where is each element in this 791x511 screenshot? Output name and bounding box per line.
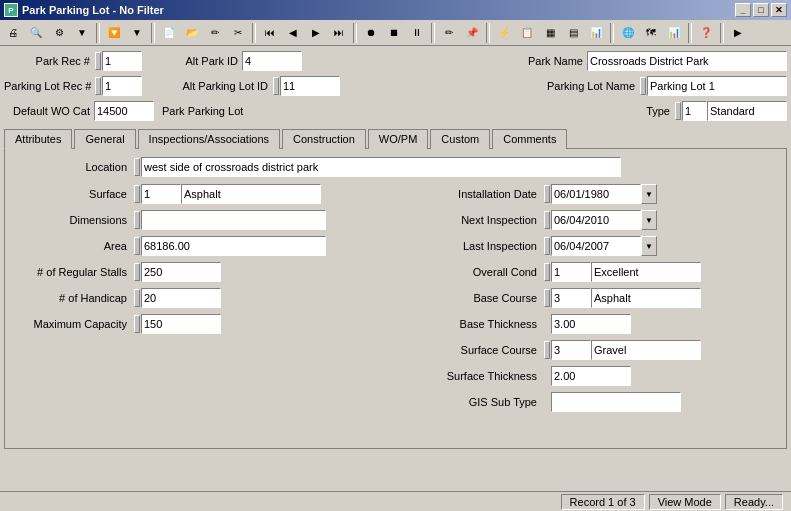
installation-date-input[interactable] <box>551 184 641 204</box>
toolbar-new[interactable]: 📄 <box>158 22 180 44</box>
alt-park-lot-indicator <box>273 77 279 95</box>
base-thickness-label: Base Thickness <box>403 318 543 330</box>
toolbar-last[interactable]: ⏭ <box>328 22 350 44</box>
toolbar-print[interactable]: 🖨 <box>2 22 24 44</box>
toolbar-pause[interactable]: ⏸ <box>406 22 428 44</box>
toolbar-grid2[interactable]: ▤ <box>562 22 584 44</box>
toolbar: 🖨 🔍 ⚙ ▼ 🔽 ▼ 📄 📂 ✏ ✂ ⏮ ◀ ▶ ⏭ ⏺ ⏹ ⏸ ✏ 📌 ⚡ … <box>0 20 791 46</box>
overall-cond-num-input[interactable] <box>551 262 591 282</box>
main-window: Park Rec # Alt Park ID Park Name Parking… <box>0 46 791 453</box>
next-inspection-input[interactable] <box>551 210 641 230</box>
surface-num-input[interactable] <box>141 184 181 204</box>
status-bar: Record 1 of 3 View Mode Ready... <box>0 491 791 511</box>
toolbar-lightning[interactable]: ⚡ <box>493 22 515 44</box>
last-inspection-dropdown-btn[interactable]: ▼ <box>641 236 657 256</box>
tab-comments[interactable]: Comments <box>492 129 567 149</box>
area-input[interactable] <box>141 236 326 256</box>
parking-lot-name-input[interactable] <box>647 76 787 96</box>
toolbar-search[interactable]: 🔍 <box>25 22 47 44</box>
dimensions-input[interactable] <box>141 210 326 230</box>
base-thickness-input[interactable] <box>551 314 631 334</box>
park-rec-label: Park Rec # <box>4 55 94 67</box>
toolbar-chart[interactable]: 📊 <box>585 22 607 44</box>
toolbar-grid1[interactable]: ▦ <box>539 22 561 44</box>
tab-attributes[interactable]: Attributes <box>4 129 72 149</box>
toolbar-layers[interactable]: 📊 <box>663 22 685 44</box>
toolbar-open[interactable]: 📂 <box>181 22 203 44</box>
park-name-input[interactable] <box>587 51 787 71</box>
handicap-input[interactable] <box>141 288 221 308</box>
surface-thickness-input[interactable] <box>551 366 631 386</box>
regular-stalls-input[interactable] <box>141 262 221 282</box>
maximize-button[interactable]: □ <box>753 3 769 17</box>
gis-sub-type-row: GIS Sub Type <box>403 391 778 413</box>
next-inspection-label: Next Inspection <box>403 214 543 226</box>
surface-thickness-label: Surface Thickness <box>403 370 543 382</box>
toolbar-dropdown1[interactable]: ▼ <box>71 22 93 44</box>
close-button[interactable]: ✕ <box>771 3 787 17</box>
alt-parking-lot-id-input[interactable] <box>280 76 340 96</box>
minimize-button[interactable]: _ <box>735 3 751 17</box>
dimensions-label: Dimensions <box>13 214 133 226</box>
gis-sub-type-input[interactable] <box>551 392 681 412</box>
toolbar-prev[interactable]: ◀ <box>282 22 304 44</box>
park-rec-indicator <box>95 52 101 70</box>
next-inspection-dropdown-btn[interactable]: ▼ <box>641 210 657 230</box>
surface-course-indicator <box>544 341 550 359</box>
next-inspection-combo: ▼ <box>551 210 657 230</box>
toolbar-globe[interactable]: 🌐 <box>617 22 639 44</box>
installation-date-label: Installation Date <box>403 188 543 200</box>
header-row2: Parking Lot Rec # Alt Parking Lot ID Par… <box>4 75 787 97</box>
max-capacity-input[interactable] <box>141 314 221 334</box>
toolbar-tools[interactable]: ⚙ <box>48 22 70 44</box>
toolbar-filter[interactable]: 🔽 <box>103 22 125 44</box>
surface-course-value-input[interactable] <box>591 340 701 360</box>
toolbar-arrow[interactable]: ▶ <box>727 22 749 44</box>
alt-park-id-input[interactable] <box>242 51 302 71</box>
installation-date-dropdown-btn[interactable]: ▼ <box>641 184 657 204</box>
toolbar-edit[interactable]: ✏ <box>204 22 226 44</box>
type-value-input[interactable] <box>707 101 787 121</box>
tab-custom[interactable]: Custom <box>430 129 490 149</box>
surface-course-num-input[interactable] <box>551 340 591 360</box>
toolbar-help[interactable]: ❓ <box>695 22 717 44</box>
toolbar-filter-drop[interactable]: ▼ <box>126 22 148 44</box>
toolbar-stop[interactable]: ⏹ <box>383 22 405 44</box>
park-rec-input[interactable] <box>102 51 142 71</box>
default-wo-cat-input[interactable] <box>94 101 154 121</box>
base-course-num-input[interactable] <box>551 288 591 308</box>
tab-content-attributes: Location Surface Dimensions <box>4 149 787 449</box>
toolbar-map[interactable]: 🗺 <box>640 22 662 44</box>
attrs-layout: Surface Dimensions Area <box>13 183 778 417</box>
toolbar-cut[interactable]: ✂ <box>227 22 249 44</box>
toolbar-record[interactable]: ⏺ <box>360 22 382 44</box>
base-course-row: Base Course <box>403 287 778 309</box>
parking-lot-rec-input[interactable] <box>102 76 142 96</box>
regular-stalls-label: # of Regular Stalls <box>13 266 133 278</box>
tab-construction[interactable]: Construction <box>282 129 366 149</box>
regular-stalls-row: # of Regular Stalls <box>13 261 393 283</box>
toolbar-sep3 <box>252 23 256 43</box>
toolbar-pencil[interactable]: ✏ <box>438 22 460 44</box>
surface-course-row: Surface Course <box>403 339 778 361</box>
overall-cond-label: Overall Cond <box>403 266 543 278</box>
ready-status: Ready... <box>725 494 783 510</box>
type-label: Type <box>634 105 674 117</box>
location-input[interactable] <box>141 157 621 177</box>
overall-cond-value-input[interactable] <box>591 262 701 282</box>
location-row: Location <box>13 157 778 177</box>
tab-inspections[interactable]: Inspections/Associations <box>138 129 280 149</box>
type-num-input[interactable] <box>682 101 707 121</box>
alt-parking-lot-id-label: Alt Parking Lot ID <box>162 80 272 92</box>
toolbar-pin[interactable]: 📌 <box>461 22 483 44</box>
tab-general[interactable]: General <box>74 129 135 149</box>
last-inspection-row: Last Inspection ▼ <box>403 235 778 257</box>
base-course-value-input[interactable] <box>591 288 701 308</box>
toolbar-clipboard[interactable]: 📋 <box>516 22 538 44</box>
surface-value-input[interactable] <box>181 184 321 204</box>
last-inspection-input[interactable] <box>551 236 641 256</box>
tab-wo-pm[interactable]: WO/PM <box>368 129 429 149</box>
last-inspection-label: Last Inspection <box>403 240 543 252</box>
toolbar-first[interactable]: ⏮ <box>259 22 281 44</box>
toolbar-next[interactable]: ▶ <box>305 22 327 44</box>
